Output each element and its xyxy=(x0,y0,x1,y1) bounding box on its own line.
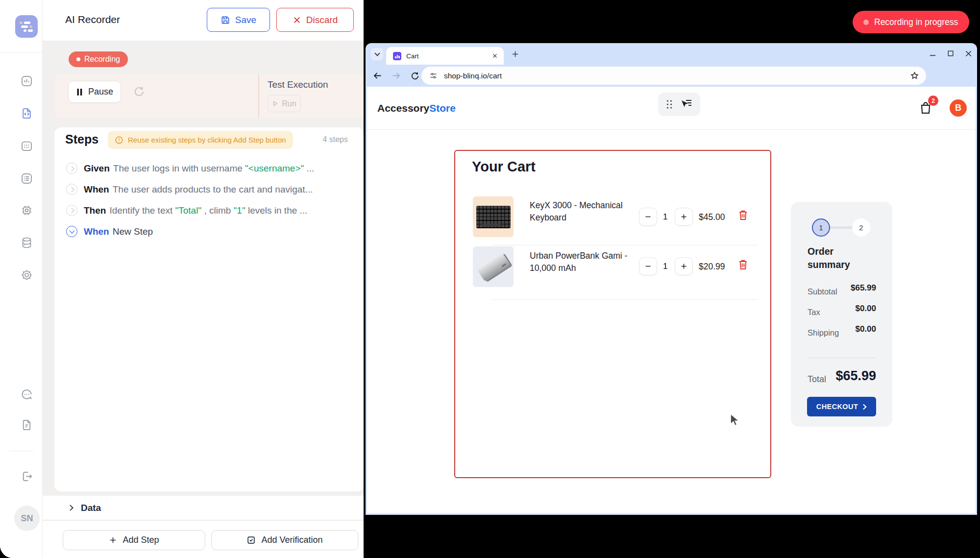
steps-card: Steps Reuse existing steps by clicking A… xyxy=(54,127,364,491)
minimize-button[interactable] xyxy=(929,50,936,59)
reload-icon xyxy=(410,71,420,81)
sidebar-item-chat[interactable] xyxy=(20,388,33,401)
screen: SN AI Recorder Save Discard Recording Pa… xyxy=(0,0,980,558)
sidebar-item-schedule[interactable] xyxy=(20,139,33,152)
quantity-increase-button[interactable] xyxy=(675,208,693,226)
quantity-increase-button[interactable] xyxy=(675,257,693,275)
site-settings-icon xyxy=(429,71,438,80)
product-image-keyboard xyxy=(473,196,514,237)
code-file-icon xyxy=(20,107,33,120)
summary-title: Order summary xyxy=(808,245,865,271)
sidebar-item-lists[interactable] xyxy=(20,172,33,185)
sidebar-item-recorder-active[interactable] xyxy=(20,107,33,120)
bookmark-button[interactable] xyxy=(910,71,919,80)
mouse-cursor xyxy=(726,412,741,431)
step-row-when[interactable]: WhenThe user adds products to the cart a… xyxy=(66,184,313,195)
sidebar-item-dashboard[interactable] xyxy=(20,74,33,88)
summary-row-value: $65.99 xyxy=(851,283,876,293)
steps-count: 4 steps xyxy=(304,135,348,144)
tab-cart[interactable]: Cart xyxy=(386,47,504,65)
quantity-decrease-button[interactable] xyxy=(639,257,657,275)
checkout-button[interactable]: CHECKOUT xyxy=(807,397,876,416)
browser-window: Cart shop-blinq.io/cart xyxy=(366,43,977,515)
product-name: KeyX 3000 - Mechanical Keyboard xyxy=(530,199,635,224)
product-image-powerbank xyxy=(473,246,514,287)
star-icon xyxy=(910,71,919,80)
sidebar-item-settings[interactable] xyxy=(20,268,33,282)
store-page: AccessoryStore 2 B Your Cart KeyX 3000 -… xyxy=(367,87,976,513)
quantity-decrease-button[interactable] xyxy=(639,208,657,226)
url-bar[interactable]: shop-blinq.io/cart xyxy=(421,67,926,85)
page-title: AI Recorder xyxy=(65,14,120,25)
recording-dot-icon xyxy=(76,57,80,61)
step-row-given[interactable]: GivenThe user logs in with username "<us… xyxy=(66,163,314,174)
tab-search-button[interactable] xyxy=(371,48,383,60)
steps-heading: Steps xyxy=(65,132,98,146)
url-text: shop-blinq.io/cart xyxy=(444,72,502,80)
summary-divider xyxy=(808,358,876,358)
powerbank-image xyxy=(476,252,510,281)
step-row-then[interactable]: ThenIdentify the text "Total" , climb "1… xyxy=(66,205,307,216)
new-tab-button[interactable] xyxy=(511,50,519,60)
maximize-button[interactable] xyxy=(947,50,954,59)
browser-toolbar: shop-blinq.io/cart xyxy=(366,65,977,87)
sidebar-item-docs[interactable] xyxy=(20,418,33,432)
toolbar-divider xyxy=(258,74,259,118)
back-button[interactable] xyxy=(372,71,383,81)
close-window-button[interactable] xyxy=(965,50,972,59)
cart-card: Your Cart KeyX 3000 - Mechanical Keyboar… xyxy=(454,150,771,478)
minus-icon xyxy=(644,213,652,220)
plus-icon xyxy=(680,213,687,220)
run-button[interactable]: Run xyxy=(268,95,301,112)
refresh-button[interactable] xyxy=(133,85,146,100)
data-section-toggle[interactable]: Data xyxy=(43,496,364,520)
tab-title: Cart xyxy=(406,52,419,60)
summary-row-label: Shipping xyxy=(808,328,839,338)
add-verification-button[interactable]: Add Verification xyxy=(211,530,358,550)
remove-item-button[interactable] xyxy=(738,259,748,270)
item-divider xyxy=(492,299,758,300)
refresh-icon xyxy=(133,85,146,98)
reload-button[interactable] xyxy=(410,71,420,81)
expand-step-icon[interactable] xyxy=(66,205,77,216)
bar-chart-icon xyxy=(20,74,33,88)
step-row-new-step[interactable]: WhenNew Step xyxy=(66,226,153,237)
recorder-widget[interactable] xyxy=(658,93,700,116)
recording-dot-icon xyxy=(863,20,869,25)
pause-button[interactable]: Pause xyxy=(68,81,121,103)
drag-handle-icon xyxy=(666,99,673,109)
pick-element-icon xyxy=(680,98,692,110)
expand-step-icon[interactable] xyxy=(66,163,77,174)
store-header: AccessoryStore 2 B xyxy=(367,87,976,130)
logout-button[interactable] xyxy=(20,470,33,483)
alert-icon xyxy=(115,136,123,145)
cart-title: Your Cart xyxy=(472,159,536,175)
user-avatar[interactable]: SN xyxy=(14,506,40,531)
collapse-step-icon[interactable] xyxy=(66,226,77,237)
expand-step-icon[interactable] xyxy=(66,184,77,195)
store-logo[interactable]: AccessoryStore xyxy=(377,102,456,114)
trash-icon xyxy=(738,259,748,270)
chevron-right-icon xyxy=(67,505,74,511)
add-step-button[interactable]: Add Step xyxy=(63,530,205,550)
document-icon xyxy=(20,418,33,432)
remove-item-button[interactable] xyxy=(738,210,748,220)
steps-notice-banner: Reuse existing steps by clicking Add Ste… xyxy=(108,131,293,149)
list-icon xyxy=(20,172,33,185)
footer-bar: Add Step Add Verification xyxy=(43,521,364,558)
tab-favicon-icon xyxy=(393,52,401,60)
plus-icon xyxy=(680,263,687,270)
save-button[interactable]: Save xyxy=(207,8,270,32)
checkbox-icon xyxy=(246,535,256,545)
sidebar-item-automation[interactable] xyxy=(20,204,33,217)
tab-close-button[interactable] xyxy=(492,53,498,59)
summary-row-label: Subtotal xyxy=(808,287,837,296)
sidebar-item-database[interactable] xyxy=(20,236,33,249)
store-user-avatar[interactable]: B xyxy=(950,99,967,117)
forward-button[interactable] xyxy=(391,71,401,81)
summary-row-value: $0.00 xyxy=(855,324,876,334)
recording-status-badge: Recording xyxy=(69,51,128,67)
discard-button[interactable]: Discard xyxy=(276,8,354,32)
chevron-down-icon xyxy=(374,50,380,56)
recording-toolbar: Pause Test Execution Run xyxy=(55,74,364,118)
